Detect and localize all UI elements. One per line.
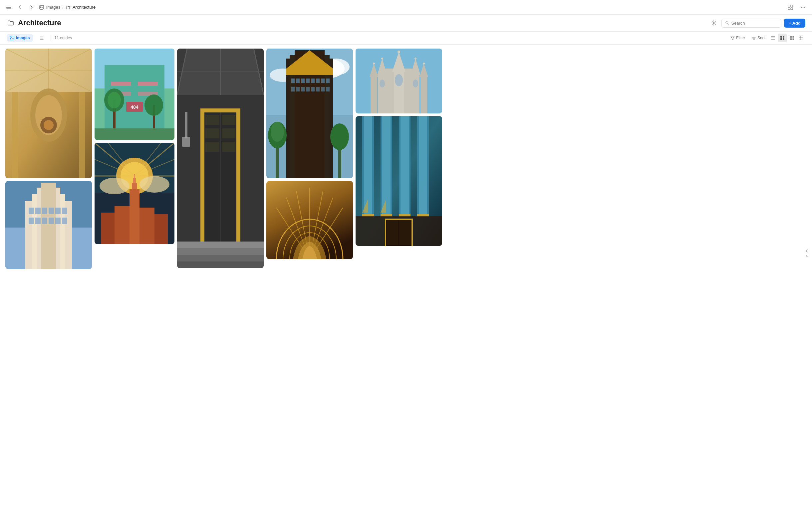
list-item[interactable] <box>177 49 264 268</box>
svg-rect-91 <box>132 183 137 189</box>
list-item[interactable] <box>356 49 442 113</box>
breadcrumb: Images / Architecture <box>39 5 95 10</box>
layout-icon-button[interactable] <box>785 2 795 12</box>
svg-rect-6 <box>791 5 793 7</box>
grid-view-button[interactable] <box>787 33 796 42</box>
svg-rect-29 <box>799 36 803 40</box>
svg-rect-186 <box>382 116 390 216</box>
svg-rect-3 <box>40 5 44 9</box>
svg-rect-173 <box>421 77 427 113</box>
svg-rect-111 <box>205 115 219 125</box>
svg-rect-5 <box>788 5 790 7</box>
svg-rect-51 <box>49 207 54 214</box>
search-icon <box>725 21 729 25</box>
svg-rect-21 <box>791 36 792 37</box>
svg-rect-117 <box>185 112 188 139</box>
toolbar-right: Filter Sort <box>728 33 805 42</box>
more-options-button[interactable] <box>798 2 808 12</box>
search-input[interactable] <box>731 21 778 26</box>
svg-rect-141 <box>296 87 300 91</box>
svg-rect-190 <box>419 116 427 216</box>
svg-rect-18 <box>781 38 782 40</box>
svg-rect-0 <box>6 6 11 6</box>
svg-rect-147 <box>326 87 329 91</box>
nav-bar-actions <box>785 2 808 12</box>
list-icon <box>40 36 44 40</box>
gallery-view-button[interactable] <box>778 33 787 42</box>
svg-point-181 <box>423 63 425 65</box>
svg-point-11 <box>804 7 805 8</box>
svg-rect-7 <box>788 8 790 10</box>
svg-rect-114 <box>222 129 235 139</box>
forward-button[interactable] <box>27 3 36 12</box>
svg-point-89 <box>140 176 169 193</box>
filter-button[interactable]: Filter <box>728 34 748 41</box>
svg-rect-8 <box>791 8 793 10</box>
svg-rect-140 <box>291 87 295 91</box>
svg-point-150 <box>271 122 284 142</box>
list-view-button[interactable] <box>769 33 778 42</box>
svg-point-179 <box>415 58 417 60</box>
svg-rect-92 <box>133 178 136 183</box>
svg-rect-118 <box>182 137 190 147</box>
add-button[interactable]: + Add <box>784 19 805 28</box>
svg-rect-133 <box>296 79 300 83</box>
svg-rect-19 <box>783 38 784 40</box>
sidebar-toggle-button[interactable] <box>4 3 13 12</box>
list-item[interactable] <box>5 181 92 269</box>
gallery-column-2: 404 <box>94 49 174 244</box>
svg-rect-57 <box>49 218 54 224</box>
sort-button[interactable]: Sort <box>749 34 767 41</box>
svg-rect-119 <box>177 242 264 248</box>
breadcrumb-images[interactable]: Images <box>39 5 60 10</box>
svg-rect-93 <box>134 174 135 178</box>
svg-rect-184 <box>364 116 372 216</box>
svg-rect-2 <box>6 8 11 9</box>
svg-rect-94 <box>115 206 130 244</box>
list-item[interactable] <box>266 49 353 178</box>
scroll-indicator: 4 <box>804 248 809 258</box>
list-item[interactable] <box>94 143 174 244</box>
svg-rect-142 <box>301 87 305 91</box>
page-title-icon <box>7 19 15 27</box>
list-item[interactable] <box>266 181 353 259</box>
svg-rect-56 <box>42 218 47 224</box>
list-item[interactable] <box>356 116 442 246</box>
customize-button[interactable] <box>709 18 719 28</box>
tab-images[interactable]: Images <box>7 34 33 41</box>
svg-point-74 <box>145 94 163 116</box>
gallery-column-5 <box>356 49 442 246</box>
svg-point-177 <box>397 51 400 53</box>
svg-point-175 <box>379 80 385 87</box>
svg-rect-52 <box>55 207 61 214</box>
svg-point-152 <box>330 123 349 150</box>
svg-rect-113 <box>205 129 219 139</box>
svg-rect-108 <box>201 108 240 112</box>
toolbar: Images 11 entries Filter Sort <box>0 31 812 45</box>
svg-rect-132 <box>291 79 295 83</box>
search-box[interactable] <box>722 19 782 28</box>
list-item[interactable] <box>5 49 92 178</box>
svg-point-72 <box>107 92 121 108</box>
entries-count: 11 entries <box>54 35 72 40</box>
gallery-column-4 <box>266 49 353 259</box>
svg-rect-22 <box>793 36 794 37</box>
svg-rect-16 <box>781 36 782 37</box>
svg-rect-199 <box>385 219 413 220</box>
svg-rect-115 <box>205 142 219 152</box>
svg-point-15 <box>11 37 12 37</box>
chevron-left-icon <box>804 248 809 253</box>
back-button[interactable] <box>15 3 25 12</box>
svg-rect-47 <box>41 183 56 269</box>
table-view-button[interactable] <box>797 33 805 42</box>
svg-rect-64 <box>111 82 131 86</box>
gallery-container: 404 <box>0 45 812 506</box>
svg-rect-41 <box>79 92 85 178</box>
svg-rect-59 <box>62 218 67 224</box>
svg-rect-24 <box>791 37 792 38</box>
svg-rect-143 <box>306 87 310 91</box>
list-item[interactable]: 404 <box>94 49 174 140</box>
svg-rect-95 <box>140 207 154 244</box>
svg-rect-135 <box>306 79 310 83</box>
tab-list[interactable] <box>36 34 47 41</box>
